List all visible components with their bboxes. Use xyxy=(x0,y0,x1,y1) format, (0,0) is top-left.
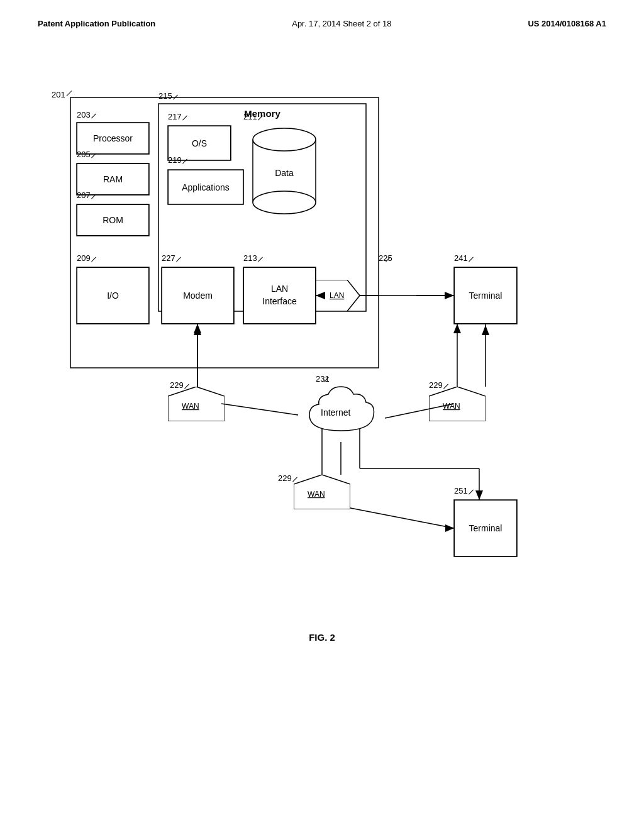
svg-marker-47 xyxy=(445,524,454,532)
terminal2-label: Terminal xyxy=(469,523,502,533)
ref-219: 219 xyxy=(168,155,182,165)
lan-interface-box: LANInterface xyxy=(243,267,316,324)
os-label: O/S xyxy=(192,138,207,148)
ref-205: 205 xyxy=(77,150,91,159)
svg-line-37 xyxy=(221,404,298,415)
ref-215: 215 xyxy=(158,91,172,101)
header-left: Patent Application Publication xyxy=(38,19,155,28)
memory-title-area: Memory xyxy=(158,104,366,123)
ref-213: 213 xyxy=(243,253,257,263)
applications-box: Applications xyxy=(168,170,243,204)
ref-209: 209 xyxy=(77,253,91,263)
lan-arrow-shape: LAN xyxy=(316,280,353,311)
header-center: Apr. 17, 2014 Sheet 2 of 18 xyxy=(292,19,391,28)
svg-text:Internet: Internet xyxy=(321,407,351,418)
data-label-container: Data xyxy=(253,160,316,185)
svg-marker-26 xyxy=(475,490,483,500)
io-box: I/O xyxy=(77,267,149,324)
ref-211: 211 xyxy=(243,112,257,121)
figure-label: FIG. 2 xyxy=(38,632,606,643)
svg-marker-18 xyxy=(194,324,201,333)
terminal2-box: Terminal xyxy=(454,500,517,556)
lan-interface-label: LANInterface xyxy=(262,283,296,307)
terminal1-label: Terminal xyxy=(469,290,502,301)
svg-text:WAN: WAN xyxy=(443,402,460,411)
io-label: I/O xyxy=(107,290,119,301)
ref-227: 227 xyxy=(162,253,175,263)
rom-box: ROM xyxy=(77,204,149,236)
internet-cloud: Internet xyxy=(297,380,385,443)
svg-marker-36 xyxy=(194,325,201,335)
ref-251: 251 xyxy=(454,486,468,495)
wan-arrow1-shape: WAN xyxy=(168,387,218,418)
header-right: US 2014/0108168 A1 xyxy=(528,19,606,28)
page-header: Patent Application Publication Apr. 17, … xyxy=(38,19,606,28)
applications-label: Applications xyxy=(182,182,230,192)
svg-text:WAN: WAN xyxy=(182,402,199,411)
terminal1-box: Terminal xyxy=(454,267,517,324)
svg-line-46 xyxy=(341,506,454,528)
ref-241: 241 xyxy=(454,253,468,263)
rom-label: ROM xyxy=(103,215,123,225)
ref-203: 203 xyxy=(77,110,91,119)
ref-217: 217 xyxy=(168,112,182,121)
data-label: Data xyxy=(275,168,294,178)
svg-text:LAN: LAN xyxy=(330,291,344,300)
ref-207: 207 xyxy=(77,191,91,200)
wan-arrow3-shape: WAN xyxy=(294,475,344,506)
page: Patent Application Publication Apr. 17, … xyxy=(0,0,644,830)
processor-label: Processor xyxy=(93,133,133,143)
modem-box: Modem xyxy=(162,267,234,324)
svg-marker-39 xyxy=(482,325,489,335)
svg-marker-43 xyxy=(445,292,454,299)
svg-marker-22 xyxy=(453,324,461,333)
svg-point-12 xyxy=(253,128,316,151)
modem-label: Modem xyxy=(183,290,213,301)
ram-label: RAM xyxy=(103,174,123,184)
ref-229c: 229 xyxy=(278,473,292,483)
wan-arrow2-shape: WAN xyxy=(429,387,479,418)
svg-point-16 xyxy=(253,191,316,214)
svg-text:WAN: WAN xyxy=(308,490,325,499)
ref-201: 201 xyxy=(52,90,65,99)
diagram-area: 201 203 Processor 205 RAM 207 ROM 209 I/… xyxy=(52,66,592,632)
